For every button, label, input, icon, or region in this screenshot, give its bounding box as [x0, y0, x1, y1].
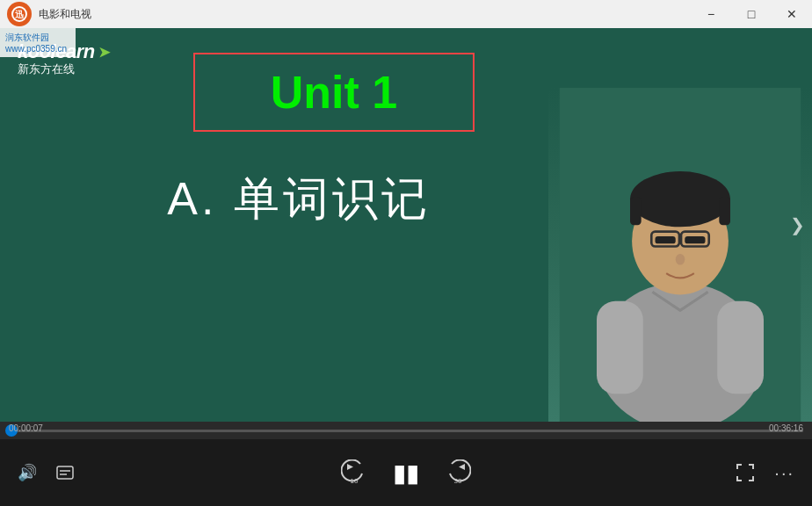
- brand-chinese: 新东方在线: [18, 61, 110, 77]
- play-pause-button[interactable]: ▮▮: [389, 455, 423, 491]
- fullscreen-button[interactable]: [732, 459, 758, 486]
- instructor-silhouette: [548, 88, 812, 422]
- forward-label: 30: [454, 477, 462, 485]
- maximize-button[interactable]: □: [731, 0, 772, 28]
- svg-point-6: [630, 171, 730, 227]
- svg-point-14: [676, 254, 685, 265]
- subtitle-button[interactable]: [53, 462, 77, 483]
- svg-rect-9: [656, 236, 676, 243]
- logo-inner: 迅: [11, 6, 27, 22]
- controls-center: 10 ▮▮ 30: [340, 455, 472, 491]
- window-controls: − □ ✕: [691, 0, 812, 28]
- unit-title-box: Unit 1: [193, 53, 475, 132]
- rewind-label: 10: [351, 477, 359, 485]
- svg-rect-10: [685, 236, 705, 243]
- next-chevron[interactable]: ❯: [790, 214, 805, 235]
- forward-button[interactable]: 30: [444, 459, 472, 487]
- svg-rect-16: [717, 301, 764, 394]
- controls-left: 🔊: [14, 459, 77, 486]
- svg-rect-17: [57, 466, 73, 479]
- progress-track[interactable]: [9, 430, 803, 432]
- more-button[interactable]: ···: [771, 459, 798, 487]
- total-time: 00:36:16: [769, 423, 803, 433]
- brand-arrow: ➤: [98, 44, 110, 61]
- video-area[interactable]: koolearn ➤ 新东方在线 Unit 1 A. 单词识记: [0, 28, 812, 422]
- app-title: 电影和电视: [39, 8, 91, 20]
- controls-right: ···: [732, 459, 798, 487]
- controls-bar: 🔊 10 ▮▮: [0, 439, 812, 506]
- app-logo: 迅: [7, 2, 32, 26]
- instructor-video: [548, 88, 812, 422]
- watermark-site: 润东软件园: [5, 32, 49, 44]
- progress-area[interactable]: [0, 422, 812, 439]
- unit-title-text: Unit 1: [271, 66, 397, 119]
- close-button[interactable]: ✕: [772, 0, 812, 28]
- svg-rect-15: [597, 301, 643, 394]
- svg-marker-20: [347, 464, 353, 470]
- watermark-url: www.pc0359.cn: [5, 44, 67, 54]
- volume-button[interactable]: 🔊: [14, 459, 40, 486]
- title-text-block: 电影和电视: [39, 8, 91, 20]
- minimize-button[interactable]: −: [691, 0, 731, 28]
- controls-inner: 🔊 10 ▮▮: [14, 459, 798, 487]
- svg-marker-21: [459, 464, 465, 470]
- svg-rect-7: [630, 198, 642, 226]
- title-bar: 迅 电影和电视 − □ ✕: [0, 0, 812, 28]
- main-subject-text: A. 单词识记: [0, 169, 598, 230]
- watermark-overlay: 润东软件园 www.pc0359.cn: [0, 28, 76, 57]
- rewind-button[interactable]: 10: [340, 459, 368, 487]
- current-time: 00:00:07: [9, 423, 43, 433]
- svg-text:迅: 迅: [15, 10, 25, 19]
- svg-rect-8: [719, 198, 730, 226]
